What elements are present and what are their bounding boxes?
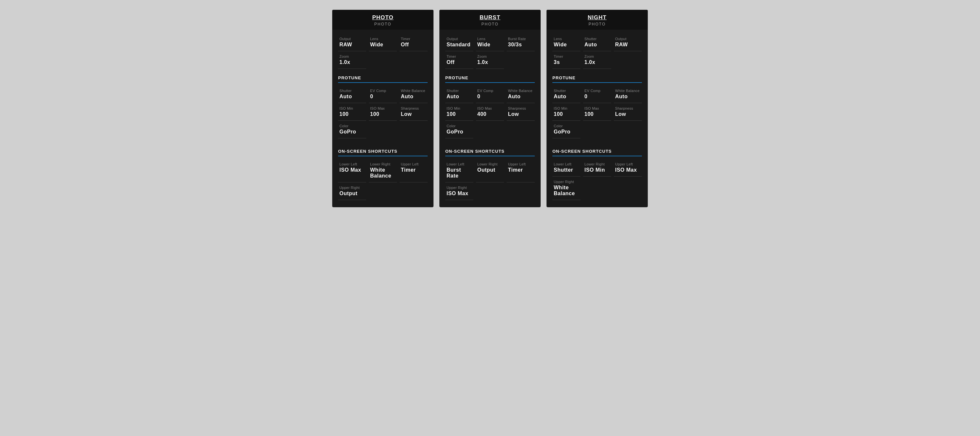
shortcut-item-burst-1-1 <box>476 183 504 200</box>
setting-value: 3s <box>554 59 579 65</box>
panels-container: PHOTOPHOTOOutputRAWLensWideTimerOffZoom1… <box>332 10 648 207</box>
basic-settings-night: LensWideShutterAutoOutputRAWTimer3sZoom1… <box>552 30 642 69</box>
setting-value: Auto <box>508 94 533 100</box>
setting-value: 100 <box>584 111 610 117</box>
panel-body-photo: OutputRAWLensWideTimerOffZoom1.0xPROTUNE… <box>332 30 433 207</box>
basic-item-photo-1-0: Zoom1.0x <box>338 52 366 69</box>
setting-value: 400 <box>477 111 503 117</box>
shortcuts-heading-burst: ON-SCREEN SHORTCUTS <box>445 143 535 156</box>
setting-value: 100 <box>447 111 472 117</box>
panel-body-burst: OutputStandardLensWideBurst Rate30/3sTim… <box>439 30 541 207</box>
shortcut-item-photo-1-1 <box>369 183 397 200</box>
setting-label: Color <box>339 124 365 128</box>
shortcut-item-photo-1-0: Upper RightOutput <box>338 183 366 200</box>
setting-value: Output <box>477 167 503 173</box>
protune-item-burst-2-2 <box>507 121 535 138</box>
panel-header-burst: BURSTPHOTO <box>439 10 541 30</box>
panel-subtitle-photo: PHOTO <box>336 22 430 27</box>
shortcut-item-burst-0-0: Lower LeftBurst Rate <box>445 160 473 182</box>
setting-label: Shutter <box>554 89 579 93</box>
setting-label: Sharpness <box>401 106 426 110</box>
protune-settings-photo: ShutterAutoEV Comp0White BalanceAutoISO … <box>338 84 428 138</box>
shortcuts-group-night: Lower LeftShutterLower RightISO MinUpper… <box>552 158 642 200</box>
setting-value: ISO Max <box>615 167 641 173</box>
protune-item-night-1-2: SharpnessLow <box>614 104 642 121</box>
basic-row-burst-1: TimerOffZoom1.0x <box>445 52 535 69</box>
protune-item-night-2-0: ColorGoPro <box>552 121 581 138</box>
setting-value: Auto <box>339 94 365 100</box>
setting-label: ISO Max <box>584 106 610 110</box>
shortcut-item-night-0-2: Upper LeftISO Max <box>614 160 642 176</box>
setting-label: Lower Left <box>447 162 472 166</box>
protune-row-burst-0: ShutterAutoEV Comp0White BalanceAuto <box>445 86 535 103</box>
protune-item-night-0-1: EV Comp0 <box>583 86 611 103</box>
basic-row-night-0: LensWideShutterAutoOutputRAW <box>552 34 642 51</box>
setting-value: Burst Rate <box>447 167 472 179</box>
setting-value: Auto <box>401 94 426 100</box>
setting-label: Timer <box>554 54 579 59</box>
protune-item-photo-0-0: ShutterAuto <box>338 86 366 103</box>
setting-label: Output <box>339 37 365 41</box>
setting-value: Wide <box>370 42 396 48</box>
shortcuts-night: ON-SCREEN SHORTCUTSLower LeftShutterLowe… <box>552 143 642 200</box>
basic-item-night-0-1: ShutterAuto <box>583 34 611 51</box>
protune-settings-night: ShutterAutoEV Comp0White BalanceAutoISO … <box>552 84 642 138</box>
shortcut-row-photo-1: Upper RightOutput <box>338 183 428 200</box>
setting-value: RAW <box>615 42 641 48</box>
basic-item-burst-0-2: Burst Rate30/3s <box>507 34 535 51</box>
protune-item-night-0-0: ShutterAuto <box>552 86 581 103</box>
setting-label: White Balance <box>615 89 641 93</box>
protune-item-photo-1-0: ISO Min100 <box>338 104 366 121</box>
setting-label: Timer <box>447 54 472 59</box>
setting-value: 0 <box>370 94 396 100</box>
protune-row-photo-2: ColorGoPro <box>338 121 428 138</box>
shortcut-item-night-1-1 <box>583 177 611 200</box>
panel-night: NIGHTPHOTOLensWideShutterAutoOutputRAWTi… <box>547 10 648 207</box>
setting-label: Lens <box>370 37 396 41</box>
setting-value: Auto <box>447 94 472 100</box>
basic-row-photo-0: OutputRAWLensWideTimerOff <box>338 34 428 51</box>
basic-item-night-0-2: OutputRAW <box>614 34 642 51</box>
setting-label: Sharpness <box>508 106 533 110</box>
setting-value: 100 <box>370 111 396 117</box>
setting-label: EV Comp <box>370 89 396 93</box>
setting-value: Output <box>339 190 365 197</box>
protune-item-burst-0-0: ShutterAuto <box>445 86 473 103</box>
shortcuts-photo: ON-SCREEN SHORTCUTSLower LeftISO MaxLowe… <box>338 143 428 200</box>
setting-label: ISO Max <box>477 106 503 110</box>
setting-value: Low <box>508 111 533 117</box>
shortcut-item-night-1-2 <box>614 177 642 200</box>
protune-row-night-2: ColorGoPro <box>552 121 642 138</box>
setting-value: Wide <box>477 42 503 48</box>
setting-label: ISO Min <box>554 106 579 110</box>
setting-value: White Balance <box>370 167 396 179</box>
setting-label: Upper Right <box>447 186 472 190</box>
protune-item-night-1-0: ISO Min100 <box>552 104 581 121</box>
setting-value: 100 <box>554 111 579 117</box>
protune-item-night-0-2: White BalanceAuto <box>614 86 642 103</box>
setting-label: Upper Right <box>339 186 365 190</box>
setting-label: Sharpness <box>615 106 641 110</box>
setting-label: EV Comp <box>477 89 503 93</box>
basic-item-night-1-2 <box>614 52 642 69</box>
basic-row-photo-1: Zoom1.0x <box>338 52 428 69</box>
protune-item-burst-1-0: ISO Min100 <box>445 104 473 121</box>
protune-item-night-1-1: ISO Max100 <box>583 104 611 121</box>
protune-item-photo-1-1: ISO Max100 <box>369 104 397 121</box>
setting-value: Low <box>615 111 641 117</box>
basic-item-photo-0-0: OutputRAW <box>338 34 366 51</box>
setting-label: EV Comp <box>584 89 610 93</box>
setting-label: Shutter <box>584 37 610 41</box>
protune-item-photo-1-2: SharpnessLow <box>399 104 428 121</box>
protune-item-burst-2-0: ColorGoPro <box>445 121 473 138</box>
setting-value: 30/3s <box>508 42 533 48</box>
protune-row-night-1: ISO Min100ISO Max100SharpnessLow <box>552 104 642 121</box>
shortcut-item-burst-1-2 <box>507 183 535 200</box>
setting-value: Low <box>401 111 426 117</box>
setting-label: Lower Right <box>370 162 396 166</box>
protune-item-photo-2-1 <box>369 121 397 138</box>
setting-value: ISO Max <box>447 190 472 197</box>
shortcut-item-photo-0-2: Upper LeftTimer <box>399 160 428 182</box>
shortcuts-heading-night: ON-SCREEN SHORTCUTS <box>552 143 642 156</box>
setting-label: White Balance <box>508 89 533 93</box>
